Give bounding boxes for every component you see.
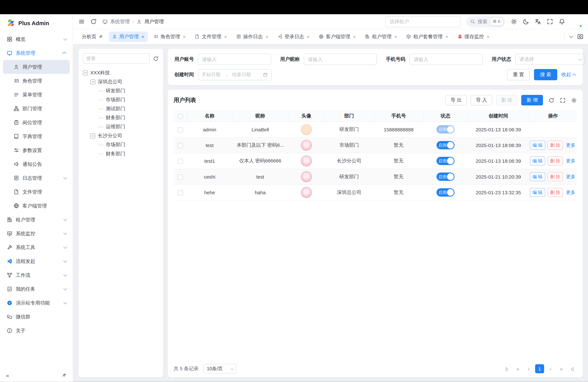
app-logo[interactable]: Plus Admin bbox=[0, 14, 73, 32]
more-button[interactable]: 更多 bbox=[565, 156, 576, 165]
close-tab-icon[interactable]: × bbox=[307, 34, 310, 39]
more-button[interactable]: 更多 bbox=[565, 188, 576, 197]
import-button[interactable]: 导 入 bbox=[471, 95, 492, 106]
date-range-input[interactable]: 开始日期 → 结束日期 bbox=[198, 69, 272, 80]
close-tab-icon[interactable]: × bbox=[265, 34, 269, 39]
fullscreen-table-icon[interactable] bbox=[560, 97, 566, 103]
prev-group-icon[interactable]: « bbox=[513, 364, 522, 373]
nickname-input[interactable] bbox=[304, 54, 377, 65]
tree-node-7[interactable]: 长沙分公司 bbox=[83, 131, 159, 140]
tree-node-1[interactable]: 深圳总公司 bbox=[83, 77, 159, 86]
refresh-page-icon[interactable] bbox=[90, 19, 97, 25]
tab-4[interactable]: 操作日志× bbox=[233, 31, 272, 42]
close-tab-icon[interactable]: × bbox=[353, 34, 356, 39]
sidebar-item-12[interactable]: 客户端管理 bbox=[3, 199, 70, 213]
sidebar-item-20[interactable]: 微信群 bbox=[3, 310, 70, 324]
row-delete-button[interactable]: 删 除 bbox=[547, 172, 563, 181]
translate-icon[interactable] bbox=[535, 19, 541, 25]
phone-input[interactable] bbox=[409, 54, 483, 65]
sidebar-item-3[interactable]: 角色管理 bbox=[3, 74, 70, 88]
sidebar-item-6[interactable]: 岗位管理 bbox=[3, 116, 70, 129]
close-tab-icon[interactable]: × bbox=[183, 34, 186, 39]
more-button[interactable]: 更多 bbox=[565, 141, 576, 150]
tab-1[interactable]: 用户管理× bbox=[109, 31, 148, 42]
tab-2[interactable]: 角色管理× bbox=[150, 31, 189, 42]
edit-button[interactable]: 编 辑 bbox=[530, 156, 545, 165]
collapse-box-icon[interactable] bbox=[90, 133, 95, 138]
sidebar-item-16[interactable]: 流程发起 bbox=[3, 255, 70, 268]
page-size-select[interactable]: 10条/页 bbox=[203, 364, 236, 374]
refresh-table-icon[interactable] bbox=[549, 97, 554, 103]
status-toggle[interactable]: 启用 bbox=[436, 157, 454, 165]
more-button[interactable]: 更多 bbox=[565, 172, 576, 181]
status-toggle[interactable]: 启用 bbox=[436, 125, 454, 134]
fullscreen-icon[interactable] bbox=[547, 19, 553, 25]
tab-8[interactable]: 租户套餐管理× bbox=[403, 31, 452, 42]
tree-node-2[interactable]: 研发部门 bbox=[83, 86, 159, 95]
sidebar-item-0[interactable]: 概览 bbox=[3, 32, 70, 46]
row-delete-button[interactable]: 删 除 bbox=[547, 141, 563, 150]
row-checkbox[interactable] bbox=[178, 190, 183, 195]
next-page-icon[interactable]: › bbox=[546, 364, 555, 373]
status-select[interactable]: 请选择 bbox=[515, 54, 585, 65]
sidebar-item-18[interactable]: 我的任务 bbox=[3, 282, 70, 296]
status-toggle[interactable]: 启用 bbox=[436, 172, 454, 181]
edit-button[interactable]: 编 辑 bbox=[530, 188, 545, 197]
row-checkbox[interactable] bbox=[178, 143, 183, 148]
breadcrumb-item[interactable]: 系统管理 bbox=[110, 18, 130, 25]
sidebar-item-7[interactable]: 字典管理 bbox=[3, 129, 70, 143]
sidebar-item-11[interactable]: 文件管理 bbox=[3, 185, 70, 199]
tab-dropdown-chevron-icon[interactable] bbox=[569, 34, 573, 38]
tab-5[interactable]: 登录日志× bbox=[274, 31, 313, 42]
row-checkbox[interactable] bbox=[178, 127, 183, 132]
row-delete-button[interactable]: 删 除 bbox=[547, 156, 563, 165]
tab-3[interactable]: 文件管理× bbox=[191, 31, 231, 42]
tree-node-5[interactable]: 财务部门 bbox=[83, 113, 159, 122]
status-toggle[interactable]: 启用 bbox=[436, 188, 454, 197]
prev-page-icon[interactable]: ‹ bbox=[524, 364, 533, 373]
user-avatar[interactable] bbox=[571, 16, 582, 27]
tab-0[interactable]: 分析页 bbox=[78, 31, 106, 42]
last-page-icon[interactable]: ›| bbox=[568, 364, 577, 373]
row-checkbox[interactable] bbox=[178, 159, 183, 164]
sidebar-item-2[interactable]: 用户管理 bbox=[3, 60, 70, 74]
row-checkbox[interactable] bbox=[178, 174, 183, 180]
tree-search-input[interactable] bbox=[83, 53, 150, 64]
settings-gear-icon[interactable] bbox=[511, 19, 517, 25]
close-tab-icon[interactable]: × bbox=[224, 34, 227, 39]
notifications-bell-icon[interactable] bbox=[559, 19, 565, 25]
close-tab-icon[interactable]: × bbox=[394, 34, 397, 39]
tab-7[interactable]: 租户管理× bbox=[362, 31, 401, 42]
pin-sidebar-icon[interactable] bbox=[62, 373, 67, 378]
close-tab-icon[interactable]: × bbox=[445, 34, 448, 39]
tab-9[interactable]: 缓存监控× bbox=[454, 31, 493, 42]
collapse-sidebar-icon[interactable]: « bbox=[6, 372, 9, 378]
sidebar-item-14[interactable]: 系统监控 bbox=[3, 227, 70, 240]
first-page-icon[interactable]: |‹ bbox=[503, 364, 512, 373]
collapse-box-icon[interactable] bbox=[83, 70, 88, 75]
content-screenshot-icon[interactable] bbox=[577, 33, 583, 40]
sidebar-item-21[interactable]: 关于 bbox=[3, 324, 70, 338]
select-all-checkbox[interactable] bbox=[178, 114, 183, 119]
sidebar-item-8[interactable]: 参数设置 bbox=[3, 143, 70, 157]
edit-button[interactable]: 编 辑 bbox=[530, 141, 545, 150]
edit-button[interactable]: 编 辑 bbox=[530, 172, 545, 181]
sidebar-item-13[interactable]: 租户管理 bbox=[3, 213, 70, 227]
global-search[interactable]: 搜索 ⌘ K bbox=[466, 16, 505, 27]
close-tab-icon[interactable]: × bbox=[142, 34, 145, 39]
tab-6[interactable]: 客户端管理× bbox=[315, 31, 359, 42]
delete-button[interactable]: 删 除 bbox=[496, 95, 518, 106]
status-toggle[interactable]: 启用 bbox=[436, 141, 454, 149]
tenant-select-input[interactable] bbox=[385, 16, 460, 27]
search-button[interactable]: 搜 索 bbox=[534, 69, 557, 80]
table-settings-icon[interactable] bbox=[571, 97, 577, 103]
hamburger-menu-icon[interactable] bbox=[78, 19, 85, 25]
sidebar-item-9[interactable]: 通知公告 bbox=[3, 157, 70, 171]
next-group-icon[interactable]: » bbox=[557, 364, 566, 373]
sidebar-item-17[interactable]: 工作流 bbox=[3, 268, 70, 282]
sidebar-item-15[interactable]: 系统工具 bbox=[3, 240, 70, 255]
export-button[interactable]: 导 出 bbox=[445, 95, 467, 106]
dark-mode-moon-icon[interactable] bbox=[523, 19, 529, 25]
sidebar-item-4[interactable]: 菜单管理 bbox=[3, 88, 70, 102]
tree-node-6[interactable]: 运维部门 bbox=[83, 122, 159, 131]
